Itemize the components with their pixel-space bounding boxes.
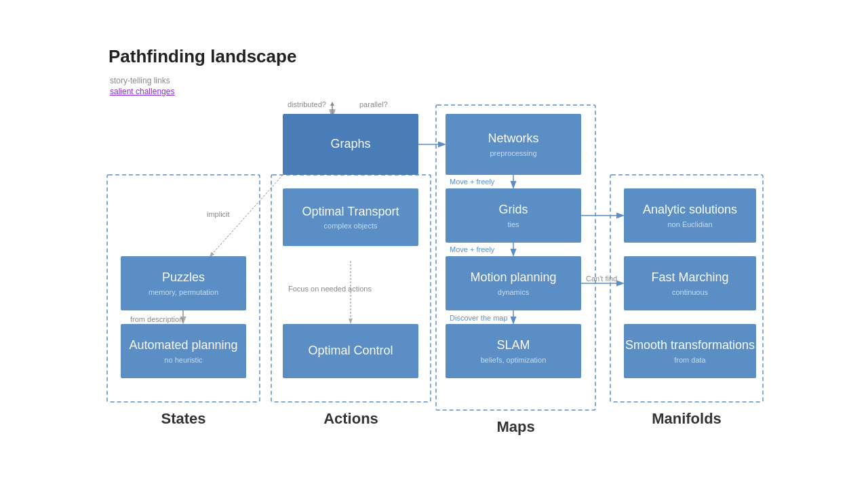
subtitle-salient[interactable]: salient challenges [110, 87, 174, 96]
manifolds-label: Manifolds [610, 410, 763, 428]
motion-planning-sub: dynamics [498, 288, 529, 296]
actions-label: Actions [271, 410, 431, 428]
graphs-title: Graphs [330, 137, 370, 152]
maps-label: Maps [436, 418, 595, 436]
distributed-label: distributed? [288, 100, 326, 108]
focus-needed-label: Focus on needed actions [288, 285, 372, 293]
optimal-control-box: Optimal Control [283, 324, 418, 378]
page: Pathfinding landscape story-telling link… [0, 0, 868, 488]
ot-sub: complex objects [324, 222, 378, 230]
discover-map-label: Discover the map [450, 314, 508, 322]
motion-planning-title: Motion planning [470, 270, 556, 285]
move-freely-1-label: Move + freely [450, 178, 494, 186]
analytic-solutions-box: Analytic solutions non Euclidian [624, 188, 756, 243]
oc-title: Optimal Control [308, 344, 393, 359]
move-freely-2-label: Move + freely [450, 245, 494, 253]
graphs-box: Graphs [283, 114, 418, 175]
puzzles-box: Puzzles memory, permutation [121, 256, 246, 310]
optimal-transport-box: Optimal Transport complex objects [283, 188, 418, 246]
analytic-title: Analytic solutions [643, 203, 737, 218]
smooth-sub: from data [674, 356, 705, 364]
cant-find-label: Can't find [586, 274, 617, 283]
smooth-title: Smooth transformations [625, 338, 755, 353]
automated-planning-box: Automated planning no heuristic [121, 324, 246, 378]
states-label: States [107, 410, 260, 428]
networks-box: Networks preprocessing [446, 114, 581, 175]
parallel-label: parallel? [359, 100, 388, 108]
slam-box: SLAM beliefs, optimization [446, 324, 581, 378]
subtitle-storytelling: story-telling links [110, 76, 170, 85]
networks-title: Networks [488, 131, 538, 146]
grids-box: Grids ties [446, 188, 581, 243]
grids-title: Grids [498, 203, 528, 218]
analytic-sub: non Euclidian [667, 220, 712, 228]
from-description-label: from description [130, 315, 183, 323]
fm-sub: continuous [672, 288, 708, 296]
motion-planning-box: Motion planning dynamics [446, 256, 581, 310]
ap-title: Automated planning [129, 338, 237, 353]
puzzles-sub: memory, permutation [149, 288, 218, 296]
ot-title: Optimal Transport [302, 205, 399, 220]
fast-marching-box: Fast Marching continuous [624, 256, 756, 310]
slam-title: SLAM [496, 338, 530, 353]
grids-sub: ties [507, 220, 519, 228]
slam-sub: beliefs, optimization [481, 356, 547, 364]
ap-sub: no heuristic [164, 356, 202, 364]
puzzles-title: Puzzles [162, 270, 205, 285]
implicit-label: implicit [207, 210, 230, 218]
svg-marker-8 [330, 102, 334, 106]
networks-sub: preprocessing [490, 149, 536, 157]
fm-title: Fast Marching [651, 270, 728, 285]
page-title: Pathfinding landscape [108, 46, 296, 67]
smooth-transformations-box: Smooth transformations from data [624, 324, 756, 378]
